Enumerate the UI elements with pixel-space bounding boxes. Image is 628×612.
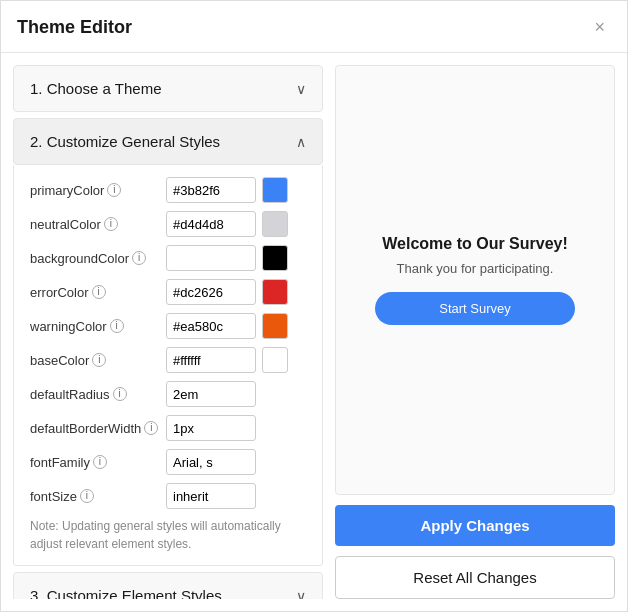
label-fontSize: fontSize i	[30, 489, 160, 504]
field-errorColor: errorColor i	[30, 279, 306, 305]
label-errorColor: errorColor i	[30, 285, 160, 300]
swatch-primaryColor[interactable]	[262, 177, 288, 203]
reset-changes-button[interactable]: Reset All Changes	[335, 556, 615, 599]
field-warningColor: warningColor i	[30, 313, 306, 339]
label-defaultBorderWidth: defaultBorderWidth i	[30, 421, 160, 436]
label-primaryColor: primaryColor i	[30, 183, 160, 198]
label-baseColor: baseColor i	[30, 353, 160, 368]
customize-general-header[interactable]: 2. Customize General Styles ∧	[13, 118, 323, 165]
input-defaultRadius[interactable]	[166, 381, 256, 407]
info-icon-baseColor[interactable]: i	[92, 353, 106, 367]
theme-editor-dialog: Theme Editor × 1. Choose a Theme ∨ 2. Cu…	[0, 0, 628, 612]
field-baseColor: baseColor i	[30, 347, 306, 373]
info-icon-neutralColor[interactable]: i	[104, 217, 118, 231]
customize-general-label: 2. Customize General Styles	[30, 133, 220, 150]
customize-element-chevron: ∨	[296, 588, 306, 600]
preview-area: Welcome to Our Survey! Thank you for par…	[335, 65, 615, 495]
input-neutralColor[interactable]	[166, 211, 256, 237]
start-survey-button[interactable]: Start Survey	[375, 292, 575, 325]
customize-element-section[interactable]: 3. Customize Element Styles ∨	[13, 572, 323, 599]
input-warningColor[interactable]	[166, 313, 256, 339]
info-icon-warningColor[interactable]: i	[110, 319, 124, 333]
swatch-neutralColor[interactable]	[262, 211, 288, 237]
info-icon-primaryColor[interactable]: i	[107, 183, 121, 197]
dialog-header: Theme Editor ×	[1, 1, 627, 53]
general-styles-note: Note: Updating general styles will autom…	[30, 517, 306, 553]
label-neutralColor: neutralColor i	[30, 217, 160, 232]
info-icon-fontFamily[interactable]: i	[93, 455, 107, 469]
dialog-title: Theme Editor	[17, 17, 132, 38]
survey-title: Welcome to Our Survey!	[375, 235, 575, 253]
close-button[interactable]: ×	[588, 15, 611, 40]
input-primaryColor[interactable]	[166, 177, 256, 203]
choose-theme-section[interactable]: 1. Choose a Theme ∨	[13, 65, 323, 112]
survey-card: Welcome to Our Survey! Thank you for par…	[355, 215, 595, 345]
swatch-baseColor[interactable]	[262, 347, 288, 373]
label-fontFamily: fontFamily i	[30, 455, 160, 470]
input-errorColor[interactable]	[166, 279, 256, 305]
field-defaultRadius: defaultRadius i	[30, 381, 306, 407]
info-icon-defaultBorderWidth[interactable]: i	[144, 421, 158, 435]
apply-changes-button[interactable]: Apply Changes	[335, 505, 615, 546]
info-icon-backgroundColor[interactable]: i	[132, 251, 146, 265]
field-fontFamily: fontFamily i	[30, 449, 306, 475]
input-backgroundColor[interactable]	[166, 245, 256, 271]
customize-general-section: 2. Customize General Styles ∧ primaryCol…	[13, 118, 323, 566]
customize-general-chevron: ∧	[296, 134, 306, 150]
swatch-warningColor[interactable]	[262, 313, 288, 339]
left-panel: 1. Choose a Theme ∨ 2. Customize General…	[13, 65, 323, 599]
customize-general-content: primaryColor i neutralColor i	[13, 165, 323, 566]
swatch-errorColor[interactable]	[262, 279, 288, 305]
label-defaultRadius: defaultRadius i	[30, 387, 160, 402]
right-panel: Welcome to Our Survey! Thank you for par…	[335, 65, 615, 599]
input-baseColor[interactable]	[166, 347, 256, 373]
choose-theme-label: 1. Choose a Theme	[30, 80, 161, 97]
input-fontFamily[interactable]	[166, 449, 256, 475]
survey-subtitle: Thank you for participating.	[375, 261, 575, 276]
field-defaultBorderWidth: defaultBorderWidth i	[30, 415, 306, 441]
dialog-body: 1. Choose a Theme ∨ 2. Customize General…	[1, 53, 627, 611]
info-icon-defaultRadius[interactable]: i	[113, 387, 127, 401]
label-backgroundColor: backgroundColor i	[30, 251, 160, 266]
label-warningColor: warningColor i	[30, 319, 160, 334]
field-neutralColor: neutralColor i	[30, 211, 306, 237]
info-icon-errorColor[interactable]: i	[92, 285, 106, 299]
field-backgroundColor: backgroundColor i	[30, 245, 306, 271]
input-fontSize[interactable]	[166, 483, 256, 509]
customize-element-label: 3. Customize Element Styles	[30, 587, 222, 599]
field-primaryColor: primaryColor i	[30, 177, 306, 203]
choose-theme-chevron: ∨	[296, 81, 306, 97]
input-defaultBorderWidth[interactable]	[166, 415, 256, 441]
info-icon-fontSize[interactable]: i	[80, 489, 94, 503]
swatch-backgroundColor[interactable]	[262, 245, 288, 271]
field-fontSize: fontSize i	[30, 483, 306, 509]
